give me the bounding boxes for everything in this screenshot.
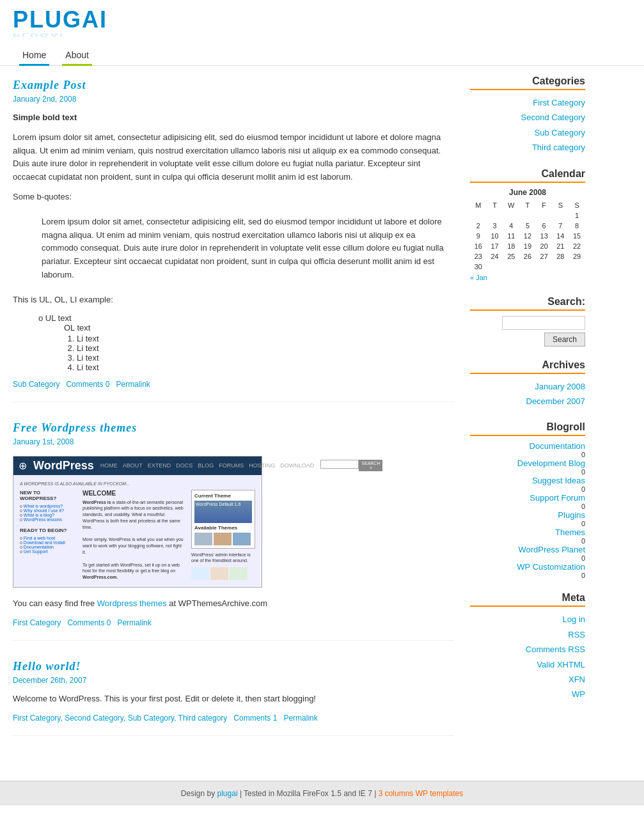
wp-content: A WORDPRESS IS ALSO AVAILABLE IN PYCCKOM… [13,475,262,587]
wp-current-theme-title: Current Theme [194,493,252,499]
wp-theme-thumb-2 [214,533,232,545]
wp-begin-2: Download and Install [20,540,77,545]
wp-theme-thumb-3 [233,533,251,545]
footer-wp-link[interactable]: 3 columns WP templates [379,789,464,798]
archive-link-1[interactable]: January 2008 [470,379,585,394]
post-permalink-1[interactable]: Permalink [116,380,150,389]
wp-center-col: WELCOME WordPress is a state-of-the-art … [82,490,186,581]
logo[interactable]: PLUGAI [13,6,631,33]
cal-week-1: 1 [470,210,585,221]
wp-new-header: NEW TO WORDPRESS? [20,490,77,501]
wp-themes-link[interactable]: Wordpress themes [97,598,167,608]
blogroll-link-5[interactable]: Plugins [558,510,585,520]
post-comments-2: Comments 0 [67,618,111,627]
wp-welcome: WELCOME [82,490,186,497]
archive-link-2[interactable]: December 2007 [470,394,585,409]
search-button[interactable]: Search [544,332,585,347]
blogroll-link-themes[interactable]: Themes [555,528,585,537]
post-date-1: January 2nd, 2008 [13,95,454,104]
post-cat-link-sub[interactable]: Sub Category [128,714,175,723]
post-permalink-2[interactable]: Permalink [117,618,151,627]
post-permalink-3[interactable]: Permalink [283,714,317,723]
blogroll-link-2[interactable]: Development Blog [517,458,585,468]
blogroll-item-2: Development Blog 0 [470,458,585,476]
blogroll-count-6: 0 [470,537,585,545]
post-paragraph-3: Welcome to WordPress. This is your first… [13,692,454,706]
post-footer-1: Sub Category Comments 0 Permalink [13,380,454,389]
footer: Design by plugai | Tested in Mozilla Fir… [0,781,644,806]
cal-day-t2: T [519,200,536,210]
post-category-link-2[interactable]: First Category [13,618,61,627]
wp-nav-download: DOWNLOAD [280,462,314,469]
post-date-3: December 26th, 2007 [13,676,454,685]
cal-month-header: June 2008 [470,188,585,197]
post-cat-link-second[interactable]: Second Category [65,714,123,723]
blogroll-link-3[interactable]: Suggest Ideas [532,476,585,485]
cat-link-3[interactable]: Sub Category [470,125,585,140]
blogroll-link-8[interactable]: WP Customization [517,562,585,572]
wp-search-button[interactable]: SEARCH » [359,460,382,471]
cal-prev-link[interactable]: « Jan [470,274,487,281]
post-wordpress: Free Wordpress themes January 1st, 2008 … [13,421,454,641]
cal-table: M T W T F S S 1 [470,200,585,272]
wp-link-2: Why should I use it? [20,508,77,513]
wp-new-links: What is wordpress? Why should I use it? … [20,504,77,522]
blogroll-count-2: 0 [470,468,585,476]
meta-title: Meta [470,592,585,607]
post-cat-link-first[interactable]: First Category [13,714,60,723]
blogroll-count-5: 0 [470,520,585,528]
post-category-link-1[interactable]: Sub Category [13,380,59,389]
post-footer-3: First Category, Second Category, Sub Cat… [13,714,454,723]
meta-comments-rss[interactable]: Comments RSS [470,642,585,657]
ol-label: OL text [64,323,90,332]
post-comments-3: Comments 1 [233,714,277,723]
cal-week-4: 16171819202122 [470,241,585,251]
meta-rss[interactable]: RSS [470,627,585,642]
wp-admin-thumb-1 [191,567,209,580]
footer-plugai-link[interactable]: plugai [217,789,238,798]
blogroll-item-4: Support Forum 0 [470,493,585,510]
blogroll-title: Blogroll [470,421,585,436]
blogroll-count-7: 0 [470,554,585,562]
cat-link-4[interactable]: Third category [470,140,585,155]
wp-search-input[interactable] [320,460,359,469]
cat-link-1[interactable]: First Category [470,95,585,110]
search-title: Search: [470,296,585,311]
meta-wp[interactable]: WP [470,687,585,701]
wp-right-col: Current Theme WordPress Default 1.6 Avai… [191,490,255,581]
logo-area: PLUGAI PLUGAI [13,6,631,42]
blogroll-count-3: 0 [470,485,585,493]
nav-about[interactable]: About [56,45,98,65]
nav-home[interactable]: Home [13,45,56,65]
li-item-3: Li text [77,353,454,363]
cal-day-f: F [536,200,553,210]
calendar-widget: June 2008 M T W T F S S [470,188,585,283]
wp-admin-note: WordPress' admin interface is one of the… [191,552,255,565]
cal-navigation: « Jan [470,272,585,283]
wp-link-1: What is wordpress? [20,504,77,508]
post-cat-link-third[interactable]: Third category [178,714,228,723]
cal-day-t1: T [487,200,503,210]
blogroll-item-3: Suggest Ideas 0 [470,476,585,493]
sidebar-search: Search: Search [470,296,585,347]
post-content-1: Simple bold text Lorem ipsum dolor sit a… [13,111,454,372]
wp-theme-thumb-1 [194,533,212,545]
nav-underline-about [62,64,92,66]
post-example: Example Post January 2nd, 2008 Simple bo… [13,79,454,402]
blogroll-item-8: WP Customization 0 [470,562,585,579]
post-blockquote: Lorem ipsum dolor sit amet, consectetur … [32,210,454,287]
cal-week-3: 9101112131415 [470,231,585,241]
cat-link-2[interactable]: Second Category [470,110,585,125]
blogroll-link-4[interactable]: Support Forum [530,493,585,503]
wp-left-col: NEW TO WORDPRESS? What is wordpress? Why… [20,490,77,581]
meta-xhtml[interactable]: Valid XHTML [470,657,585,672]
search-input[interactable] [502,316,585,330]
post-content-2: ⊕ WordPress HOME ABOUT EXTEND DOCS BLOG … [13,456,454,611]
meta-login[interactable]: Log in [470,612,585,627]
sidebar-archives: Archives January 2008 December 2007 [470,359,585,409]
post-title-2: Free Wordpress themes [13,421,454,435]
wp-nav: HOME ABOUT EXTEND DOCS BLOG FORUMS HOSTI… [100,462,315,469]
meta-xfn[interactable]: XFN [470,672,585,687]
blogroll-link-7[interactable]: WordPress Planet [518,545,585,554]
blogroll-link-1[interactable]: Documentation [530,441,585,451]
